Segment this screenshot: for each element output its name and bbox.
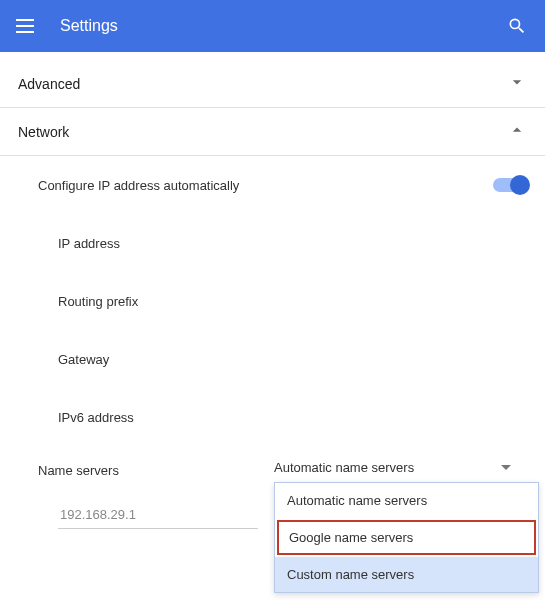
name-servers-dropdown: Automatic name servers Google name serve… [274,482,539,593]
name-servers-label: Name servers [18,457,274,478]
section-advanced-label: Advanced [18,76,80,92]
section-network-label: Network [18,124,69,140]
name-server-ip-input[interactable] [58,501,258,529]
section-advanced[interactable]: Advanced [0,60,545,108]
ns-option-custom[interactable]: Custom name servers [275,557,538,592]
row-ip-address: IP address [18,214,527,272]
menu-icon[interactable] [16,14,40,38]
page-title: Settings [60,17,505,35]
auto-ip-toggle[interactable] [493,178,527,192]
row-auto-ip: Configure IP address automatically [18,156,527,214]
name-servers-select[interactable]: Automatic name servers [274,454,527,481]
section-network[interactable]: Network [0,108,545,156]
dropdown-triangle-icon [501,465,511,470]
ns-option-automatic[interactable]: Automatic name servers [275,483,538,518]
ipv6-address-label: IPv6 address [18,410,134,425]
routing-prefix-label: Routing prefix [18,294,138,309]
network-content: Configure IP address automatically IP ad… [0,156,545,529]
row-routing-prefix: Routing prefix [18,272,527,330]
app-header: Settings [0,0,545,52]
ns-option-google[interactable]: Google name servers [277,520,536,555]
search-icon[interactable] [505,14,529,38]
row-name-servers: Name servers Automatic name servers Auto… [18,454,527,481]
chevron-up-icon [507,120,527,143]
name-servers-selected: Automatic name servers [274,460,414,475]
chevron-down-icon [507,72,527,95]
row-ipv6-address: IPv6 address [18,388,527,446]
auto-ip-label: Configure IP address automatically [18,178,239,193]
gateway-label: Gateway [18,352,109,367]
ip-address-label: IP address [18,236,120,251]
row-gateway: Gateway [18,330,527,388]
